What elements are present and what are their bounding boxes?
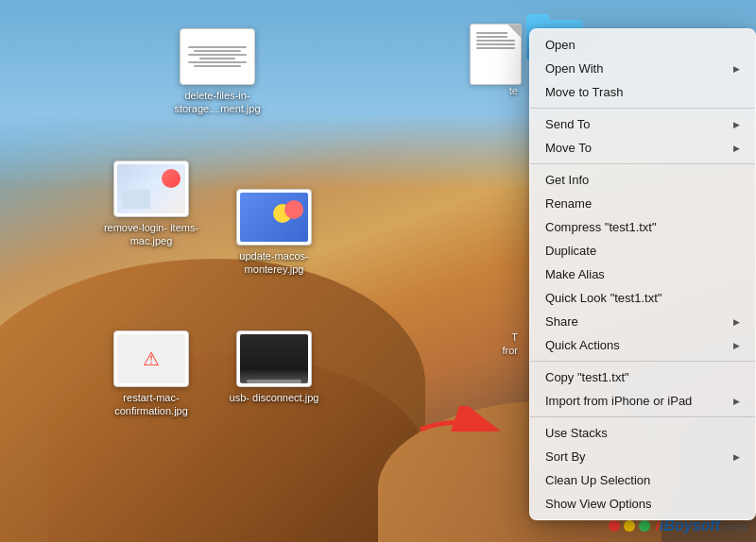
desktop-icon-update-macos[interactable]: update-macos- monterey.jpg <box>217 189 331 277</box>
menu-item-move-to[interactable]: Move To <box>530 136 755 160</box>
desktop-icon-usb-disconnect[interactable]: usb- disconnect.jpg <box>217 330 331 404</box>
dot-yellow <box>624 520 635 532</box>
icon-label-delete-files: delete-files-in- storage....ment.jpg <box>165 89 269 116</box>
menu-item-send-to[interactable]: Send To <box>530 112 755 136</box>
icon-thumbnail-restart-mac <box>113 330 189 387</box>
icon-thumbnail-update-macos <box>236 189 312 246</box>
dot-green <box>639 520 650 532</box>
menu-item-compress[interactable]: Compress "test1.txt" <box>530 215 755 239</box>
partial-icon-label-bottom: Tfror <box>503 330 519 358</box>
partial-txt-icon[interactable] <box>470 24 522 85</box>
menu-item-quick-look[interactable]: Quick Look "test1.txt" <box>530 286 755 310</box>
menu-item-make-alias[interactable]: Make Alias <box>530 263 755 286</box>
icon-label-restart-mac: restart-mac- confirmation.jpg <box>99 391 203 418</box>
menu-item-quick-actions[interactable]: Quick Actions <box>530 333 755 357</box>
menu-divider-4 <box>530 416 755 417</box>
dot-red <box>609 520 620 532</box>
partial-icon-label-te: te <box>509 85 518 96</box>
menu-item-sort-by[interactable]: Sort By <box>530 445 755 468</box>
menu-divider-1 <box>530 108 755 109</box>
icon-label-usb-disconnect: usb- disconnect.jpg <box>230 391 319 404</box>
menu-item-copy[interactable]: Copy "test1.txt" <box>530 365 755 389</box>
menu-item-get-info[interactable]: Get Info <box>530 168 755 192</box>
menu-item-duplicate[interactable]: Duplicate <box>530 239 755 263</box>
desktop-icon-remove-login[interactable]: remove-login- items-mac.jpeg <box>94 161 208 248</box>
menu-item-share[interactable]: Share <box>530 310 755 333</box>
desktop-icon-delete-files[interactable]: delete-files-in- storage....ment.jpg <box>161 28 274 116</box>
menu-item-rename[interactable]: Rename <box>530 192 755 215</box>
menu-item-import-iphone[interactable]: Import from iPhone or iPad <box>530 389 755 413</box>
menu-item-open-with[interactable]: Open With <box>530 57 755 80</box>
watermark-dots <box>609 520 650 532</box>
icon-label-remove-login: remove-login- items-mac.jpeg <box>99 221 203 248</box>
menu-item-show-view-options[interactable]: Show View Options <box>530 492 755 516</box>
menu-item-open[interactable]: Open <box>530 33 755 57</box>
menu-item-clean-up-selection[interactable]: Clean Up Selection <box>530 468 755 492</box>
menu-divider-3 <box>530 361 755 362</box>
desktop: delete-files-in- storage....ment.jpg rem… <box>0 0 756 542</box>
menu-divider-2 <box>530 163 755 164</box>
arrow-pointer <box>416 406 510 457</box>
icon-thumbnail-delete-files <box>180 28 255 85</box>
icon-thumbnail-usb-disconnect <box>236 330 312 387</box>
icon-label-update-macos: update-macos- monterey.jpg <box>222 249 326 277</box>
context-menu: Open Open With Move to Trash Send To Mov… <box>529 28 756 520</box>
menu-item-move-to-trash[interactable]: Move to Trash <box>530 80 755 104</box>
menu-item-use-stacks[interactable]: Use Stacks <box>530 421 755 445</box>
icon-thumbnail-remove-login <box>113 161 189 217</box>
desktop-icon-restart-mac[interactable]: restart-mac- confirmation.jpg <box>94 330 208 418</box>
txt-file-thumbnail <box>470 24 522 85</box>
